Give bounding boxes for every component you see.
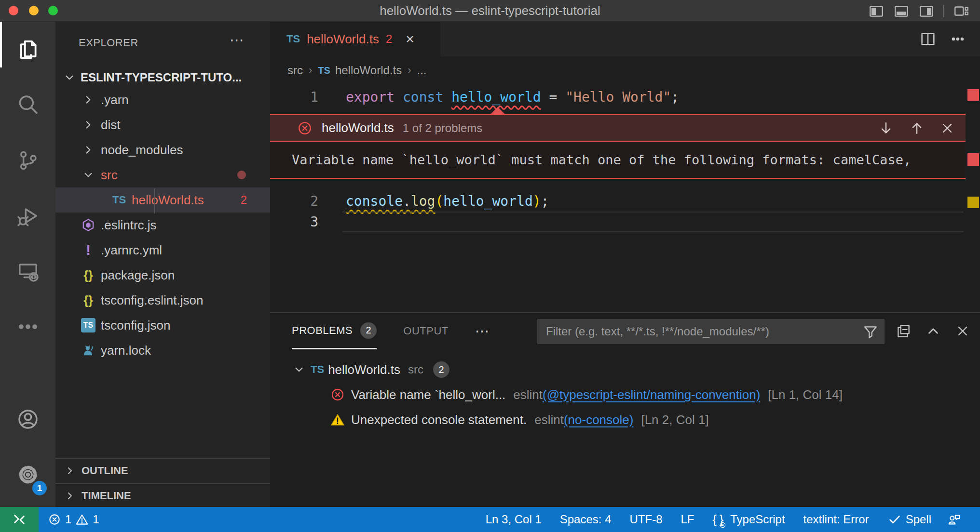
- tab-output[interactable]: OUTPUT: [403, 313, 448, 349]
- error-mini-icon: [719, 521, 726, 529]
- problem-position: [Ln 1, Col 14]: [768, 387, 843, 402]
- panel-header: PROBLEMS 2 OUTPUT ⋯: [270, 313, 980, 349]
- code-token: const: [403, 89, 451, 105]
- tree-item-yarn-lock[interactable]: yarn.lock: [55, 338, 270, 363]
- tree-item--yarn[interactable]: .yarn: [55, 87, 270, 112]
- titlebar-separator: [943, 5, 944, 17]
- status-feedback[interactable]: [940, 507, 967, 532]
- status-encoding[interactable]: UTF-8: [620, 507, 671, 532]
- chevron-down-icon: [79, 169, 98, 181]
- tree-item-tsconfig-eslint-json[interactable]: {}tsconfig.eslint.json: [55, 288, 270, 313]
- tree-item-label: helloWorld.ts: [132, 193, 204, 208]
- tree-item-dist[interactable]: dist: [55, 112, 270, 137]
- project-root-row[interactable]: ESLINT-TYPESCRIPT-TUTO...: [55, 65, 270, 90]
- toggle-panel-icon[interactable]: [893, 3, 910, 19]
- code-token: .: [403, 193, 411, 209]
- tree-item-helloworld-ts[interactable]: TShelloWorld.ts2: [55, 187, 270, 213]
- bottom-panel: PROBLEMS 2 OUTPUT ⋯ TShelloWorld.tssrc2V…: [270, 312, 980, 507]
- close-widget-icon[interactable]: [939, 120, 955, 136]
- panel-more-tabs[interactable]: ⋯: [475, 329, 490, 333]
- section-label: OUTLINE: [82, 465, 128, 477]
- sidebar-section-timeline[interactable]: TIMELINE: [55, 483, 270, 508]
- problems-filter: [537, 319, 885, 344]
- code-token: "Hello World": [565, 89, 671, 105]
- activity-item-source-control[interactable]: [0, 133, 55, 188]
- breadcrumb-item[interactable]: ...: [417, 64, 427, 77]
- chevron-down-icon: [289, 363, 309, 376]
- activity-item-run-debug[interactable]: [0, 188, 55, 243]
- remote-indicator[interactable]: [0, 507, 39, 532]
- activity-item-remote-explorer[interactable]: [0, 243, 55, 299]
- tree-item-problems-badge: 2: [241, 193, 247, 207]
- current-line-highlight: [342, 212, 964, 232]
- tree-item-label: src: [101, 168, 118, 183]
- editor-area: TS helloWorld.ts 2 × src›TShelloWorld.ts…: [270, 22, 980, 507]
- code-line-3[interactable]: 3: [270, 212, 980, 232]
- tree-item-package-json[interactable]: {}package.json: [55, 263, 270, 288]
- status-textlint-status[interactable]: textlint: Error: [794, 507, 878, 532]
- tab-helloworld[interactable]: TS helloWorld.ts 2 ×: [270, 22, 440, 56]
- sidebar-section-outline[interactable]: OUTLINE: [55, 458, 270, 483]
- problems-file-row[interactable]: TShelloWorld.tssrc2: [270, 357, 980, 382]
- filter-input[interactable]: [537, 319, 885, 344]
- next-problem-icon[interactable]: [878, 120, 894, 136]
- code-line-2[interactable]: 2console.log(hello_world);: [270, 191, 980, 212]
- activity-bar: 1: [0, 22, 55, 507]
- split-editor-icon[interactable]: [919, 30, 937, 48]
- json-file-icon: {}: [79, 293, 98, 307]
- widget-pointer-triangle: [490, 107, 506, 115]
- toggle-primary-sidebar-icon[interactable]: [868, 3, 885, 19]
- activity-item-explorer[interactable]: [0, 22, 55, 77]
- previous-problem-icon[interactable]: [909, 120, 925, 136]
- tree-item-src[interactable]: src: [55, 162, 270, 187]
- chevron-right-icon: [79, 119, 98, 131]
- filter-icon[interactable]: [862, 323, 879, 340]
- status-item-label: TypeScript: [730, 513, 785, 526]
- tab-problems-badge: 2: [386, 32, 392, 46]
- widget-message-row[interactable]: Variable name `hello_world` must match o…: [270, 142, 966, 178]
- tree-item--yarnrc-yml[interactable]: !.yarnrc.yml: [55, 238, 270, 263]
- tree-item-tsconfig-json[interactable]: TStsconfig.json: [55, 313, 270, 338]
- code-editor[interactable]: 1export const hello_world = "Hello World…: [270, 84, 980, 312]
- overview-ruler[interactable]: [966, 67, 980, 312]
- tab-close-icon[interactable]: ×: [406, 31, 414, 47]
- problem-row-warning[interactable]: Unexpected console statement.eslint(no-c…: [270, 407, 980, 432]
- activity-item-settings[interactable]: 1: [0, 447, 55, 502]
- tree-item--eslintrc-js[interactable]: .eslintrc.js: [55, 213, 270, 238]
- more-actions-icon[interactable]: [949, 30, 966, 48]
- warning-icon: [328, 412, 347, 427]
- activity-item-more-views[interactable]: [0, 299, 55, 354]
- activity-item-search[interactable]: [0, 77, 55, 133]
- tab-problems[interactable]: PROBLEMS 2: [292, 313, 377, 349]
- status-indentation[interactable]: Spaces: 4: [551, 507, 621, 532]
- problem-row-error[interactable]: Variable name `hello_worl...eslint(@type…: [270, 382, 980, 407]
- toggle-secondary-sidebar-icon[interactable]: [918, 3, 935, 19]
- status-eol[interactable]: LF: [671, 507, 703, 532]
- collapse-all-icon[interactable]: [895, 323, 912, 339]
- status-cursor-position[interactable]: Ln 3, Col 1: [476, 507, 551, 532]
- tree-item-label: tsconfig.json: [101, 318, 171, 333]
- code-line-1[interactable]: 1export const hello_world = "Hello World…: [270, 87, 980, 107]
- accounts-icon: [16, 407, 40, 431]
- problems-status[interactable]: 1 1: [39, 507, 109, 532]
- status-item-label: textlint: Error: [803, 513, 869, 526]
- explorer-sidebar: EXPLORER ⋯ ESLINT-TYPESCRIPT-TUTO... .ya…: [55, 22, 270, 507]
- explorer-more-actions[interactable]: ⋯: [230, 35, 245, 45]
- typescript-file-icon: TS: [109, 194, 129, 206]
- breadcrumb-item[interactable]: src: [287, 64, 303, 77]
- status-notifications[interactable]: [967, 507, 980, 532]
- status-spell-status[interactable]: Spell: [878, 507, 940, 532]
- customize-layout-icon[interactable]: [953, 3, 969, 19]
- problem-rule-link[interactable]: (@typescript-eslint/naming-convention): [543, 387, 760, 402]
- breadcrumb-item[interactable]: TShelloWorld.ts: [318, 64, 402, 77]
- status-language-mode[interactable]: {}TypeScript: [704, 507, 794, 532]
- maximize-panel-icon[interactable]: [925, 323, 941, 339]
- tree-item-node-modules[interactable]: node_modules: [55, 137, 270, 162]
- code-token: ;: [541, 193, 549, 209]
- widget-filename: helloWorld.ts: [322, 120, 394, 135]
- problem-source: eslint: [513, 387, 543, 402]
- activity-item-accounts[interactable]: [0, 391, 55, 447]
- close-panel-icon[interactable]: [955, 323, 970, 339]
- code-token: ): [533, 193, 541, 209]
- problem-rule-link[interactable]: (no-console): [564, 412, 634, 427]
